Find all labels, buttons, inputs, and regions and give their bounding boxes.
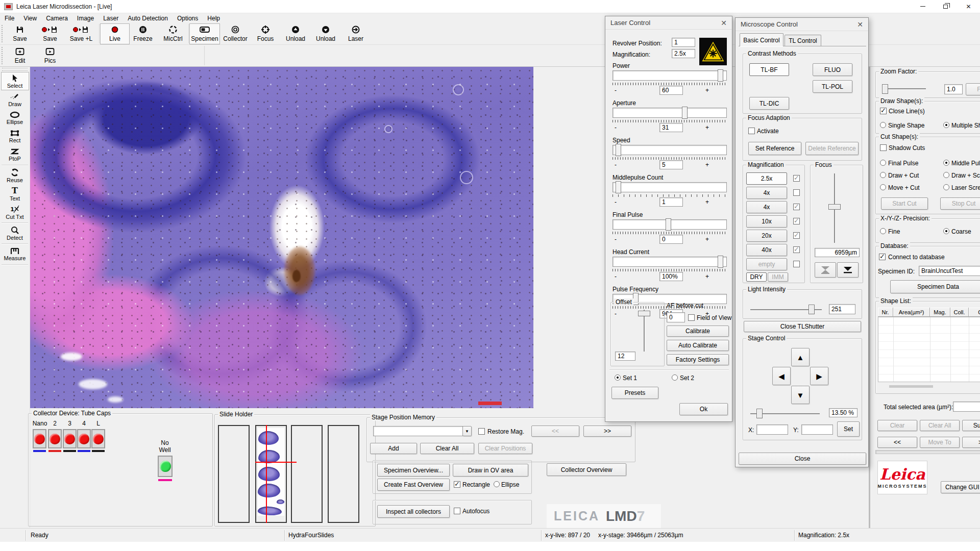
menu-file[interactable]: File: [0, 15, 19, 22]
shapes-back-button[interactable]: <<: [877, 437, 917, 448]
minimize-button[interactable]: [911, 0, 934, 13]
move-cut-radio[interactable]: [880, 184, 886, 190]
middlepulse-plus[interactable]: +: [705, 198, 709, 206]
set1-radio[interactable]: [615, 374, 621, 381]
tool-select[interactable]: Select: [1, 72, 29, 90]
column-coll[interactable]: Coll.: [950, 308, 969, 317]
stage-left-button[interactable]: ◀: [772, 367, 791, 385]
mag-4x-button[interactable]: 4x: [746, 187, 787, 199]
mag-20x-button[interactable]: 20x: [746, 230, 787, 242]
menu-help[interactable]: Help: [203, 15, 225, 22]
panel-scrollbar[interactable]: [875, 450, 980, 454]
tab-basic-control[interactable]: Basic Control: [740, 33, 783, 46]
light-slider-thumb[interactable]: [808, 305, 815, 314]
tool-rect[interactable]: Rect: [1, 127, 29, 145]
unload-down-button[interactable]: Unload: [311, 23, 340, 44]
draw-scan-radio[interactable]: [943, 172, 949, 178]
power-plus[interactable]: +: [705, 87, 709, 94]
final-pulse-slider-thumb[interactable]: [666, 218, 671, 231]
clear-positions-button[interactable]: Clear Positions: [478, 443, 532, 454]
connect-database-checkbox[interactable]: [879, 254, 886, 260]
focus-slider-thumb[interactable]: [828, 204, 841, 210]
aperture-value-field[interactable]: 31: [659, 123, 683, 132]
restore-button[interactable]: [934, 0, 957, 13]
shapes-forward-button[interactable]: >>: [962, 437, 980, 448]
mag-10x-checkbox[interactable]: [793, 218, 800, 224]
tl-pol-button[interactable]: TL-POL: [813, 80, 852, 93]
presets-button[interactable]: Presets: [611, 387, 658, 399]
power-slider-thumb[interactable]: [718, 69, 723, 82]
ellipse-radio[interactable]: [494, 481, 500, 487]
mag-4x-checkbox[interactable]: [793, 189, 800, 196]
stage-right-button[interactable]: ▶: [810, 367, 828, 385]
mag-20x-checkbox[interactable]: [793, 232, 800, 239]
stage-y-field[interactable]: [801, 424, 833, 435]
no-well-cap[interactable]: [158, 456, 173, 477]
memory-forward-button[interactable]: >>: [583, 425, 631, 437]
shape-list-hscrollbar[interactable]: [889, 385, 933, 388]
rectangle-checkbox[interactable]: [454, 481, 460, 488]
menu-view[interactable]: View: [19, 15, 41, 22]
total-area-field[interactable]: [953, 402, 980, 412]
final-pulse-radio[interactable]: [880, 160, 886, 166]
tool-reuse[interactable]: Reuse: [1, 166, 29, 185]
coarse-radio[interactable]: [943, 228, 949, 234]
inspect-all-collectors-button[interactable]: Inspect all collectors: [377, 505, 450, 518]
imm-button[interactable]: IMM: [768, 272, 788, 282]
light-value-field[interactable]: 251: [829, 304, 855, 314]
collector-cap-nano[interactable]: [33, 429, 46, 448]
calibrate-button[interactable]: Calibrate: [667, 325, 729, 337]
head-current-value-field[interactable]: 100%: [659, 272, 683, 281]
slide-2[interactable]: [255, 425, 287, 523]
collector-cap-4[interactable]: [77, 429, 91, 448]
aperture-minus[interactable]: -: [615, 124, 617, 131]
ok-button[interactable]: Ok: [679, 403, 728, 415]
aperture-slider-track[interactable]: [612, 108, 727, 118]
tool-ptop[interactable]: PtoP: [1, 145, 29, 164]
speed-value-field[interactable]: 5: [659, 160, 683, 169]
mag-2-5x-button[interactable]: 2.5x: [746, 172, 787, 185]
shadow-cuts-checkbox[interactable]: [880, 144, 887, 151]
tool-measure[interactable]: Measure: [1, 245, 29, 263]
collector-cap-2[interactable]: [48, 429, 62, 448]
aperture-slider-thumb[interactable]: [682, 107, 688, 119]
clear-all-positions-button[interactable]: Clear All: [420, 443, 474, 454]
save-button[interactable]: Save: [5, 23, 35, 44]
auto-calibrate-button[interactable]: Auto Calibrate: [667, 340, 729, 351]
dropdown-arrow-button[interactable]: ▼: [462, 426, 472, 436]
offset-slider-thumb[interactable]: [638, 311, 650, 316]
focus-step-button-hourglass[interactable]: [815, 262, 836, 278]
head-current-plus[interactable]: +: [705, 273, 709, 280]
power-slider-track[interactable]: [612, 70, 727, 81]
delete-reference-button[interactable]: Delete Reference: [805, 142, 859, 155]
speed-slider-track[interactable]: [612, 145, 727, 155]
power-minus[interactable]: -: [615, 87, 617, 94]
freeze-button[interactable]: Freeze: [128, 23, 158, 44]
head-current-slider-track[interactable]: [612, 257, 727, 267]
zoom-slider-thumb[interactable]: [882, 84, 888, 94]
column-cut[interactable]: Cutm: [969, 308, 980, 317]
tool-ellipse[interactable]: Ellipse: [1, 109, 29, 127]
tool-text[interactable]: T Text: [1, 185, 29, 203]
column-nr[interactable]: Nr.: [878, 308, 893, 317]
close-lines-checkbox[interactable]: [880, 108, 887, 114]
aperture-plus[interactable]: +: [705, 124, 709, 131]
offset-value-field[interactable]: 12: [615, 352, 635, 361]
mag-40x-checkbox[interactable]: [793, 246, 800, 253]
clear-button[interactable]: Clear: [877, 420, 917, 431]
fine-radio[interactable]: [880, 228, 886, 234]
microscope-close-button[interactable]: Close: [739, 453, 866, 465]
menu-image[interactable]: Image: [72, 15, 99, 22]
record-save-laser-button[interactable]: Save +L: [65, 23, 97, 44]
tl-bf-button[interactable]: TL-BF: [749, 63, 789, 76]
specimen-live-image[interactable]: [30, 67, 533, 408]
clear-all-button[interactable]: Clear All: [920, 420, 960, 431]
add-position-button[interactable]: Add: [370, 443, 417, 454]
slide-4[interactable]: [328, 425, 359, 523]
focus-value-field[interactable]: 6959µm: [815, 248, 860, 257]
middlepulse-slider-track[interactable]: [612, 182, 727, 192]
stage-set-button[interactable]: Set: [837, 421, 860, 437]
autofocus-checkbox[interactable]: [454, 508, 460, 514]
laser-dialog-close-icon[interactable]: ✕: [719, 18, 729, 28]
position-dropdown[interactable]: [373, 426, 463, 436]
